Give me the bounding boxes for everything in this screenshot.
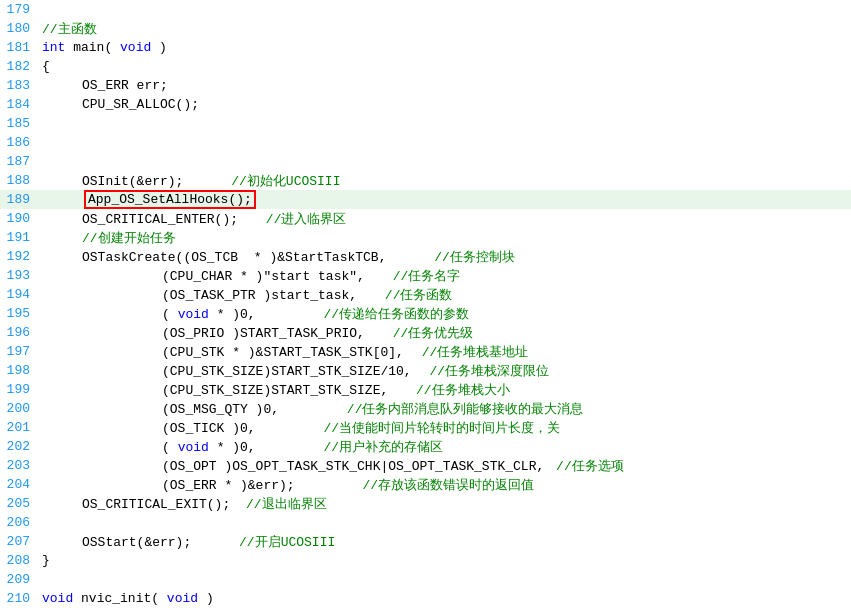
comment-197: //任务堆栈基地址 — [412, 345, 529, 360]
line-num-182: 182 — [0, 59, 38, 74]
code-editor: 179 180 //主函数 181 int main( void ) 182 {… — [0, 0, 851, 610]
text-main-close: ) — [159, 40, 167, 55]
comment-198: //任务堆栈深度限位 — [419, 364, 549, 379]
comment-188: //初始化UCOSIII — [191, 174, 340, 189]
line-content-195: ( void * )0, //传递给任务函数的参数 — [38, 305, 851, 323]
code-line-199: 199 (CPU_STK_SIZE)START_STK_SIZE, //任务堆栈… — [0, 380, 851, 399]
line-content-194: (OS_TASK_PTR )start_task, //任务函数 — [38, 286, 851, 304]
code-line-200: 200 (OS_MSG_QTY )0, //任务内部消息队列能够接收的最大消息 — [0, 399, 851, 418]
text-190a: OS_CRITICAL_ENTER(); — [42, 212, 238, 227]
comment-201: //当使能时间片轮转时的时间片长度，关 — [263, 421, 560, 436]
kw-void-nvic: void — [167, 591, 198, 606]
line-num-180: 180 — [0, 21, 38, 36]
code-line-203: 203 (OS_OPT )OS_OPT_TASK_STK_CHK|OS_OPT_… — [0, 456, 851, 475]
text-183: OS_ERR err; — [42, 78, 168, 93]
line-num-192: 192 — [0, 249, 38, 264]
brace-open: { — [42, 59, 50, 74]
comment-180: //主函数 — [42, 22, 97, 37]
code-line-193: 193 (CPU_CHAR * )"start task", //任务名字 — [0, 266, 851, 285]
code-line-209: 209 — [0, 570, 851, 589]
code-line-183: 183 OS_ERR err; — [0, 76, 851, 95]
code-line-189: 189 App_OS_SetAllHooks(); — [0, 190, 851, 209]
line-content-207: OSStart(&err); //开启UCOSIII — [38, 533, 851, 551]
line-content-210: void nvic_init( void ) — [38, 591, 851, 606]
line-num-181: 181 — [0, 40, 38, 55]
code-line-190: 190 OS_CRITICAL_ENTER(); //进入临界区 — [0, 209, 851, 228]
code-line-201: 201 (OS_TICK )0, //当使能时间片轮转时的时间片长度，关 — [0, 418, 851, 437]
code-line-198: 198 (CPU_STK_SIZE)START_STK_SIZE/10, //任… — [0, 361, 851, 380]
comment-200: //任务内部消息队列能够接收的最大消息 — [287, 402, 584, 417]
line-num-188: 188 — [0, 173, 38, 188]
kw-int: int — [42, 40, 65, 55]
line-num-193: 193 — [0, 268, 38, 283]
text-202a: ( — [42, 440, 170, 455]
code-line-182: 182 { — [0, 57, 851, 76]
code-line-196: 196 (OS_PRIO )START_TASK_PRIO, //任务优先级 — [0, 323, 851, 342]
text-192a: OSTaskCreate((OS_TCB — [42, 250, 238, 265]
code-line-181: 181 int main( void ) — [0, 38, 851, 57]
code-line-195: 195 ( void * )0, //传递给任务函数的参数 — [0, 304, 851, 323]
code-line-207: 207 OSStart(&err); //开启UCOSIII — [0, 532, 851, 551]
comment-196: //任务优先级 — [373, 326, 474, 341]
line-num-199: 199 — [0, 382, 38, 397]
text-198a: (CPU_STK_SIZE)START_STK_SIZE/10, — [42, 364, 412, 379]
line-content-190: OS_CRITICAL_ENTER(); //进入临界区 — [38, 210, 851, 228]
code-line-206: 206 — [0, 513, 851, 532]
line-num-187: 187 — [0, 154, 38, 169]
line-content-192: OSTaskCreate((OS_TCB * )&StartTaskTCB, /… — [38, 248, 851, 266]
line-num-194: 194 — [0, 287, 38, 302]
line-num-201: 201 — [0, 420, 38, 435]
line-num-189: 189 — [0, 192, 38, 207]
text-201a: (OS_TICK )0, — [42, 421, 256, 436]
code-line-210: 210 void nvic_init( void ) — [0, 589, 851, 608]
code-line-204: 204 (OS_ERR * )&err); //存放该函数错误时的返回值 — [0, 475, 851, 494]
comment-205: //退出临界区 — [238, 497, 327, 512]
text-210: nvic_init( — [81, 591, 159, 606]
line-num-206: 206 — [0, 515, 38, 530]
line-content-204: (OS_ERR * )&err); //存放该函数错误时的返回值 — [38, 476, 851, 494]
line-content-199: (CPU_STK_SIZE)START_STK_SIZE, //任务堆栈大小 — [38, 381, 851, 399]
line-num-203: 203 — [0, 458, 38, 473]
line-num-209: 209 — [0, 572, 38, 587]
comment-202: //用户补充的存储区 — [263, 440, 443, 455]
comment-203: //任务选项 — [552, 459, 624, 474]
line-content-180: //主函数 — [38, 20, 851, 38]
line-num-185: 185 — [0, 116, 38, 131]
line-num-202: 202 — [0, 439, 38, 454]
line-content-202: ( void * )0, //用户补充的存储区 — [38, 438, 851, 456]
text-196a: (OS_PRIO )START_TASK_PRIO, — [42, 326, 365, 341]
comment-193: //任务名字 — [373, 269, 461, 284]
text-193a: (CPU_CHAR * )"start task", — [42, 269, 365, 284]
text-194a: (OS_TASK_PTR )start_task, — [42, 288, 357, 303]
line-num-179: 179 — [0, 2, 38, 17]
code-line-179: 179 — [0, 0, 851, 19]
text-199a: (CPU_STK_SIZE)START_STK_SIZE, — [42, 383, 388, 398]
line-content-182: { — [38, 59, 851, 74]
code-line-192: 192 OSTaskCreate((OS_TCB * )&StartTaskTC… — [0, 247, 851, 266]
text-197a: (CPU_STK * )&START_TASK_STK[0], — [42, 345, 404, 360]
line-content-198: (CPU_STK_SIZE)START_STK_SIZE/10, //任务堆栈深… — [38, 362, 851, 380]
text-207a: OSStart(&err); — [42, 535, 191, 550]
code-line-191: 191 //创建开始任务 — [0, 228, 851, 247]
line-num-204: 204 — [0, 477, 38, 492]
comment-195: //传递给任务函数的参数 — [263, 307, 469, 322]
line-num-190: 190 — [0, 211, 38, 226]
text-195a: ( — [42, 307, 170, 322]
code-line-187: 187 — [0, 152, 851, 171]
line-num-205: 205 — [0, 496, 38, 511]
line-content-200: (OS_MSG_QTY )0, //任务内部消息队列能够接收的最大消息 — [38, 400, 851, 418]
code-line-185: 185 — [0, 114, 851, 133]
kw-void-210: void — [42, 591, 73, 606]
code-line-186: 186 — [0, 133, 851, 152]
line-num-200: 200 — [0, 401, 38, 416]
line-num-208: 208 — [0, 553, 38, 568]
text-189-indent — [42, 192, 82, 207]
line-content-205: OS_CRITICAL_EXIT(); //退出临界区 — [38, 495, 851, 513]
code-line-205: 205 OS_CRITICAL_EXIT(); //退出临界区 — [0, 494, 851, 513]
highlighted-code-189: App_OS_SetAllHooks(); — [84, 190, 256, 209]
code-line-184: 184 CPU_SR_ALLOC(); — [0, 95, 851, 114]
comment-207: //开启UCOSIII — [199, 535, 335, 550]
line-num-197: 197 — [0, 344, 38, 359]
text-205a: OS_CRITICAL_EXIT(); — [42, 497, 230, 512]
kw-void-195: void — [178, 307, 209, 322]
